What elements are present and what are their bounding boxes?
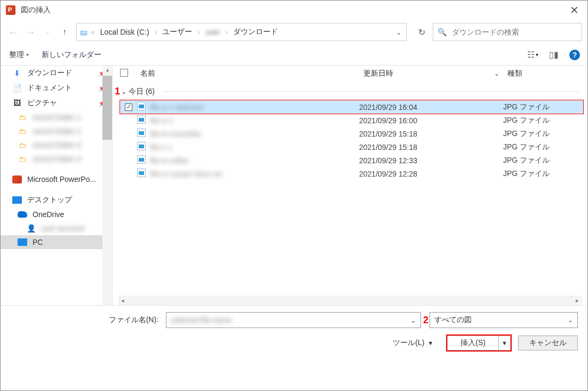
- sidebar-item-desktop[interactable]: デスクトップ: [1, 193, 112, 208]
- file-row[interactable]: ✓file-b-motorbike2021/09/29 15:18JPG ファイ…: [120, 127, 583, 140]
- filename-field[interactable]: selected-file-name ⌄: [166, 312, 421, 328]
- select-all-checkbox[interactable]: [120, 69, 128, 77]
- file-row[interactable]: ✓file-c-12021/09/29 15:18JPG ファイル: [120, 140, 583, 154]
- view-details-button[interactable]: ☷▾: [527, 50, 538, 60]
- new-folder-button[interactable]: 新しいフォルダー: [41, 48, 102, 62]
- sidebar-item-documents[interactable]: 📄 ドキュメント 📌: [1, 81, 112, 95]
- sidebar-scrollbar[interactable]: ▴: [102, 66, 112, 305]
- dialog-title: 図の挿入: [21, 5, 51, 15]
- sidebar-item-recent[interactable]: 🗀recent-folder-1: [1, 110, 112, 124]
- sidebar-label: デスクトップ: [27, 195, 72, 205]
- sidebar-label: OneDrive: [33, 210, 64, 219]
- sidebar-label: recent-folder-2: [33, 127, 81, 135]
- image-file-icon: [137, 169, 146, 177]
- organize-label: 整理: [9, 50, 24, 60]
- sidebar-item-pictures[interactable]: 🖼 ピクチャ 📌: [1, 95, 112, 110]
- folder-icon: 🗀: [18, 155, 27, 163]
- sidebar-label: Microsoft PowerPo...: [27, 175, 96, 183]
- cancel-button[interactable]: キャンセル: [518, 336, 578, 350]
- file-row[interactable]: ✓file-a-22021/09/29 16:00JPG ファイル: [120, 114, 583, 127]
- tools-label: ツール(L): [393, 338, 424, 348]
- search-field[interactable]: 🔍: [433, 23, 582, 41]
- file-date: 2021/09/29 12:28: [359, 170, 482, 178]
- column-date[interactable]: 更新日時: [363, 69, 486, 78]
- column-name[interactable]: 名前: [137, 69, 363, 78]
- download-icon: ⬇: [12, 69, 22, 77]
- close-button[interactable]: ✕: [562, 2, 586, 19]
- breadcrumb[interactable]: 🖴 « Local Disk (C:) › ユーザー › user › ダウンロ…: [76, 23, 407, 41]
- sidebar-label: recent-folder-4: [33, 155, 81, 163]
- sidebar-item-pc[interactable]: PC: [1, 235, 112, 249]
- file-type: JPG ファイル: [503, 142, 583, 152]
- image-file-icon: [137, 129, 146, 137]
- breadcrumb-dropdown[interactable]: ⌄: [395, 28, 403, 36]
- preview-pane-button[interactable]: ▯▮: [549, 50, 559, 60]
- column-type[interactable]: 種類: [507, 69, 587, 78]
- file-row[interactable]: ✓file-e-russian-blue-cat2021/09/29 12:28…: [120, 167, 583, 180]
- insert-dropdown[interactable]: ▼: [498, 336, 510, 350]
- file-type-filter[interactable]: すべての図 ⌄: [430, 312, 578, 328]
- breadcrumb-users[interactable]: ユーザー: [160, 26, 194, 38]
- file-name: file-b-motorbike: [150, 130, 201, 138]
- group-header-today[interactable]: 1 ⌄ 今日 (6): [113, 83, 587, 100]
- collapse-icon[interactable]: ⌄: [121, 88, 126, 95]
- tools-menu[interactable]: ツール(L) ▼: [393, 338, 433, 348]
- forward-button[interactable]: →: [23, 25, 38, 39]
- drive-icon: 🖴: [80, 28, 88, 36]
- sidebar-label: ドキュメント: [27, 83, 72, 93]
- document-icon: 📄: [12, 84, 22, 92]
- onedrive-icon: [18, 211, 27, 218]
- annotation-1: 1: [115, 86, 120, 97]
- file-name: file-a-2: [150, 116, 173, 125]
- insert-label: 挿入(S): [448, 336, 498, 350]
- file-name: file-e-russian-blue-cat: [150, 170, 222, 178]
- sidebar-label: ピクチャ: [27, 98, 57, 108]
- file-row[interactable]: ✓file-a-1-selected2021/09/29 16:04JPG ファ…: [120, 100, 583, 114]
- desktop-icon: [12, 196, 22, 204]
- sidebar-item-downloads[interactable]: ⬇ ダウンロード 📌: [1, 66, 112, 81]
- file-date: 2021/09/29 16:04: [359, 103, 482, 111]
- image-file-icon: [137, 115, 146, 124]
- image-file-icon: [137, 102, 146, 110]
- breadcrumb-username[interactable]: user: [203, 26, 222, 38]
- sidebar-item-onedrive[interactable]: OneDrive: [1, 208, 112, 221]
- sidebar-item-recent[interactable]: 🗀recent-folder-2: [1, 124, 112, 138]
- refresh-button[interactable]: ↻: [413, 27, 431, 37]
- file-type: JPG ファイル: [503, 116, 583, 125]
- powerpoint-app-icon: [6, 5, 15, 15]
- horizontal-scrollbar[interactable]: ◂▸: [118, 296, 582, 305]
- filename-label: ファイル名(N):: [109, 315, 158, 325]
- breadcrumb-downloads[interactable]: ダウンロード: [231, 26, 280, 38]
- sidebar-item-powerpoint[interactable]: Microsoft PowerPo...: [1, 172, 112, 186]
- annotation-2: 2: [423, 315, 428, 326]
- file-row[interactable]: ✓file-d-coffee2021/09/29 12:33JPG ファイル: [120, 154, 583, 167]
- sidebar-label: recent-folder-3: [33, 141, 81, 149]
- chevron-down-icon: ⌄: [568, 316, 573, 324]
- group-label: 今日 (6): [129, 87, 155, 97]
- history-dropdown[interactable]: ⌄: [40, 25, 55, 39]
- back-button[interactable]: ←: [6, 25, 21, 39]
- search-input[interactable]: [451, 27, 577, 37]
- organize-menu[interactable]: 整理 ▾: [8, 48, 30, 62]
- help-button[interactable]: ?: [569, 50, 580, 60]
- sidebar-item-recent[interactable]: 🗀recent-folder-3: [1, 138, 112, 152]
- up-button[interactable]: ↑: [57, 25, 72, 39]
- folder-icon: 🗀: [18, 113, 27, 122]
- insert-button[interactable]: 挿入(S) ▼: [447, 336, 511, 350]
- folder-icon: 🗀: [18, 127, 27, 135]
- sidebar-label: user-account: [41, 224, 84, 233]
- file-type: JPG ファイル: [503, 156, 583, 165]
- row-checkbox[interactable]: ✓: [125, 103, 132, 111]
- breadcrumb-drive[interactable]: Local Disk (C:): [98, 26, 152, 38]
- navigation-sidebar: ⬇ ダウンロード 📌 📄 ドキュメント 📌 🖼 ピクチャ 📌 🗀recent-f…: [1, 66, 113, 305]
- pictures-icon: 🖼: [12, 99, 22, 107]
- folder-icon: 🗀: [18, 141, 27, 149]
- file-date: 2021/09/29 16:00: [359, 116, 482, 125]
- search-icon: 🔍: [438, 28, 447, 36]
- sidebar-item-onedrive-account[interactable]: 👤user-account: [1, 221, 112, 235]
- sidebar-item-recent[interactable]: 🗀recent-folder-4: [1, 152, 112, 166]
- filename-value: selected-file-name: [166, 316, 408, 324]
- file-type: JPG ファイル: [503, 169, 583, 179]
- filename-dropdown-icon[interactable]: ⌄: [408, 315, 420, 325]
- sort-desc-icon[interactable]: ⌄: [494, 70, 499, 77]
